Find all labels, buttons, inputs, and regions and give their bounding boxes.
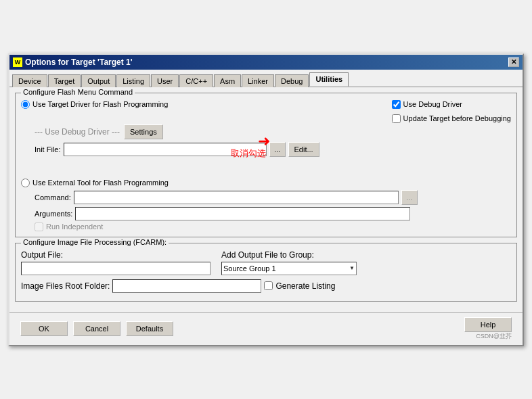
tab-linker[interactable]: Linker — [242, 74, 274, 87]
output-file-label: Output File: — [21, 250, 210, 260]
image-root-input[interactable] — [112, 279, 261, 293]
watermark: CSDN@韭芥 — [476, 332, 512, 341]
tab-target[interactable]: Target — [48, 74, 81, 87]
command-input[interactable] — [74, 191, 399, 204]
flash-group-content: Use Target Driver for Flash Programming … — [21, 100, 511, 231]
image-group: Configure Image File Processing (FCARM):… — [15, 243, 517, 302]
flash-group-label: Configure Flash Menu Command — [21, 88, 135, 96]
init-file-label: Init File: — [35, 145, 61, 154]
flash-top-section: Use Target Driver for Flash Programming … — [21, 100, 511, 123]
right-col: Use Debug Driver Update Target before De… — [392, 100, 511, 123]
image-group-content: Output File: Add Output File to Group: S… — [21, 250, 511, 293]
app-icon: W — [13, 57, 22, 67]
flash-group: Configure Flash Menu Command Use Target … — [15, 93, 517, 237]
init-browse-button[interactable]: ... — [269, 142, 286, 157]
target-driver-radio-input[interactable] — [21, 100, 30, 109]
arguments-input[interactable] — [75, 207, 410, 220]
command-label: Command: — [35, 193, 71, 202]
run-independent-row: Run Independent — [35, 222, 511, 231]
tab-cpp[interactable]: C/C++ — [179, 74, 213, 87]
dropdown-arrow-icon: ▼ — [349, 265, 355, 271]
dialog-title: Options for Target 'Target 1' — [25, 57, 133, 67]
close-button[interactable]: ✕ — [508, 57, 519, 67]
help-button[interactable]: Help — [464, 317, 512, 332]
generate-listing-label: Generate Listing — [275, 281, 335, 291]
tab-utilities[interactable]: Utilities — [309, 72, 349, 87]
tab-asm[interactable]: Asm — [214, 74, 241, 87]
tab-bar: Device Target Output Listing User C/C++ … — [9, 70, 523, 87]
command-row: Command: ... — [35, 190, 511, 205]
image-group-label: Configure Image File Processing (FCARM): — [21, 238, 169, 246]
update-target-checkbox-label[interactable]: Update Target before Debugging — [392, 114, 511, 123]
help-section: Help CSDN@韭芥 — [464, 317, 512, 341]
bottom-buttons: OK Cancel Defaults — [20, 321, 173, 336]
image-root-row: Image Files Root Folder: Generate Listin… — [21, 279, 511, 293]
command-browse-button: ... — [401, 190, 418, 205]
use-external-row: Use External Tool for Flash Programming — [21, 179, 511, 187]
annotation-label: 取消勾选 — [231, 147, 266, 160]
defaults-button[interactable]: Defaults — [126, 321, 173, 336]
title-bar: W Options for Target 'Target 1' ✕ — [9, 55, 523, 70]
output-left-col: Output File: — [21, 250, 210, 275]
update-target-checkbox[interactable] — [392, 114, 401, 123]
tab-device[interactable]: Device — [12, 74, 47, 87]
use-debug-driver-checkbox-label[interactable]: Use Debug Driver — [392, 100, 462, 109]
cancel-button[interactable]: Cancel — [73, 321, 120, 336]
debug-driver-middle-row: --- Use Debug Driver --- Settings — [35, 124, 511, 139]
image-root-label: Image Files Root Folder: — [21, 281, 110, 291]
init-file-row: Init File: ... Edit... — [35, 142, 511, 157]
debug-driver-text: --- Use Debug Driver --- — [35, 127, 120, 137]
tab-debug[interactable]: Debug — [275, 74, 309, 87]
source-group-select[interactable]: Source Group 1 ▼ — [221, 262, 357, 275]
init-edit-button[interactable]: Edit... — [288, 142, 319, 157]
output-row: Output File: Add Output File to Group: S… — [21, 250, 511, 275]
use-target-driver-radio[interactable]: Use Target Driver for Flash Programming — [21, 100, 168, 109]
settings-button[interactable]: Settings — [124, 124, 163, 139]
run-independent-checkbox — [35, 222, 43, 231]
arguments-row: Arguments: — [35, 207, 511, 220]
dialog-content: Configure Flash Menu Command Use Target … — [9, 87, 523, 312]
run-independent-label: Run Independent — [46, 222, 103, 231]
ok-button[interactable]: OK — [20, 321, 68, 336]
use-external-radio-label[interactable]: Use External Tool for Flash Programming — [21, 179, 169, 187]
tab-user[interactable]: User — [151, 74, 179, 87]
options-dialog: W Options for Target 'Target 1' ✕ Device… — [8, 53, 524, 346]
use-debug-driver-checkbox[interactable] — [392, 100, 401, 109]
tab-output[interactable]: Output — [81, 74, 116, 87]
tab-listing[interactable]: Listing — [116, 74, 150, 87]
add-output-label: Add Output File to Group: — [221, 250, 357, 260]
title-bar-left: W Options for Target 'Target 1' — [13, 57, 133, 67]
output-file-input[interactable] — [21, 262, 210, 275]
arguments-label: Arguments: — [35, 210, 72, 218]
bottom-bar: OK Cancel Defaults Help CSDN@韭芥 — [9, 312, 523, 345]
generate-listing-checkbox[interactable] — [264, 281, 273, 290]
left-col: Use Target Driver for Flash Programming — [21, 100, 168, 109]
source-group-value: Source Group 1 — [223, 264, 276, 273]
annotation-container: ➜ 取消勾选 — [21, 160, 511, 176]
output-right-col: Add Output File to Group: Source Group 1… — [221, 250, 357, 275]
external-radio-input[interactable] — [21, 179, 30, 187]
